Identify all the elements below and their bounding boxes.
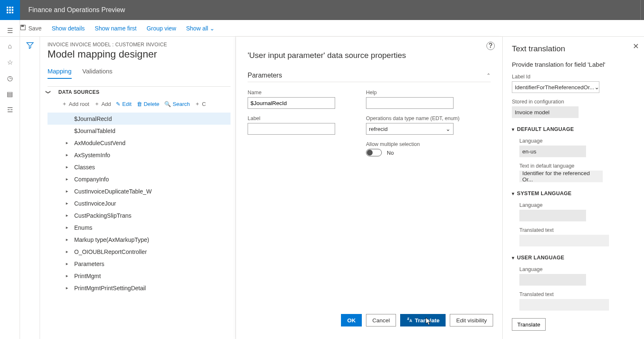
data-source-tree: ▸$JournalRecId▸$JournalTableId▸AxModuleC…: [48, 113, 231, 294]
tree-item-label: Markup type(AxMarkupType): [74, 236, 149, 243]
funnel-icon[interactable]: [26, 42, 34, 339]
ok-button[interactable]: OK: [341, 314, 362, 326]
system-lang-label: Language: [519, 202, 635, 208]
system-trans-input[interactable]: [519, 235, 609, 246]
tree-row[interactable]: ▸Enums: [48, 221, 231, 234]
tab-mapping[interactable]: Mapping: [48, 68, 72, 79]
page-title: Model mapping designer: [48, 48, 231, 60]
tree-row[interactable]: ▸$JournalRecId: [48, 113, 231, 125]
edt-select[interactable]: refrecid ⌄: [366, 123, 454, 135]
show-details-link[interactable]: Show details: [52, 25, 85, 32]
breadcrumb: INVOICE INVOICE MODEL : CUSTOMER INVOICE: [48, 42, 231, 48]
delete-button[interactable]: 🗑Delete: [137, 101, 160, 107]
svg-rect-5: [12, 9, 13, 11]
tree-row[interactable]: ▸O_OIOUBLReportController: [48, 246, 231, 258]
add-root-button[interactable]: ＋Add root: [62, 100, 89, 108]
save-button[interactable]: Save: [20, 25, 42, 32]
parameters-section-header[interactable]: Parameters ⌃: [248, 72, 491, 82]
tab-validations[interactable]: Validations: [83, 68, 113, 79]
list-icon[interactable]: ☲: [5, 105, 15, 114]
caret-right-icon: ▸: [66, 164, 70, 170]
tree-item-label: $JournalRecId: [74, 116, 112, 122]
clock-icon[interactable]: ◷: [5, 73, 15, 83]
cancel-button[interactable]: Cancel: [366, 314, 396, 326]
tree-row[interactable]: ▸Parameters: [48, 258, 231, 270]
pencil-icon: ✎: [116, 101, 120, 107]
translate-action-button[interactable]: Translate: [512, 318, 546, 331]
system-language-header[interactable]: ▾SYSTEM LANGUAGE: [512, 191, 635, 196]
hamburger-icon[interactable]: ☰: [5, 26, 15, 35]
show-all-link[interactable]: Show all ⌄: [186, 25, 215, 32]
tree-item-label: $JournalTableId: [74, 128, 115, 134]
user-language-header[interactable]: ▾USER LANGUAGE: [512, 255, 635, 261]
chevron-down-icon: ⌄: [594, 84, 599, 90]
name-label: Name: [248, 90, 346, 95]
tree-item-label: AxSystemInfo: [74, 152, 110, 158]
allow-multiple-toggle[interactable]: [366, 149, 382, 156]
tree-item-label: CompanyInfo: [74, 176, 109, 183]
show-name-first-link[interactable]: Show name first: [95, 25, 136, 32]
help-icon[interactable]: ?: [486, 42, 495, 50]
tree-row[interactable]: ▸AxModuleCustVend: [48, 137, 231, 149]
app-launcher-icon[interactable]: [0, 0, 20, 20]
user-trans-input[interactable]: [519, 299, 609, 311]
default-lang-value: en-us: [519, 146, 586, 157]
add-button[interactable]: ＋Add: [94, 100, 111, 108]
left-rail: ☰ ⌂ ☆ ◷ ▤ ☲: [0, 20, 20, 339]
star-icon[interactable]: ☆: [5, 58, 15, 67]
user-trans-label: Translated text: [519, 291, 635, 297]
tree-row[interactable]: ▸CustInvoiceJour: [48, 197, 231, 209]
app-title: Finance and Operations Preview: [20, 6, 637, 14]
close-icon[interactable]: ✕: [633, 42, 639, 51]
translation-title: Text translation: [512, 44, 635, 53]
svg-rect-1: [9, 7, 11, 8]
label-id-select[interactable]: IdentifierForTheReferencedOr... ⌄: [512, 81, 599, 93]
plus-icon: ＋: [195, 100, 200, 108]
search-button[interactable]: 🔍Search: [164, 101, 190, 107]
plus-icon: ＋: [94, 100, 100, 108]
tree-collapse-icon[interactable]: ❯: [45, 90, 51, 94]
tree-row[interactable]: ▸AxSystemInfo: [48, 149, 231, 161]
caret-right-icon: ▸: [66, 188, 70, 194]
more-button[interactable]: ＋C: [195, 100, 205, 108]
system-lang-input[interactable]: [519, 210, 586, 221]
label-label: Label: [248, 116, 346, 121]
svg-rect-8: [12, 12, 13, 13]
edit-visibility-button[interactable]: Edit visibility: [450, 314, 493, 326]
group-view-link[interactable]: Group view: [147, 25, 176, 32]
svg-rect-10: [22, 25, 24, 27]
tree-item-label: CustPackingSlipTrans: [74, 212, 131, 219]
module-icon[interactable]: ▤: [5, 89, 15, 98]
tree-toolbar: ＋Add root ＋Add ✎Edit 🗑Delete 🔍Search ＋C: [48, 98, 231, 110]
system-trans-label: Translated text: [519, 227, 635, 233]
default-text-label: Text in default language: [519, 163, 635, 169]
tree-row[interactable]: ▸PrintMgmtPrintSettingDetail: [48, 282, 231, 294]
label-input[interactable]: [248, 123, 335, 135]
caret-right-icon: ▸: [66, 213, 70, 218]
translate-button[interactable]: Translate: [400, 314, 446, 326]
tree-row[interactable]: ▸Markup type(AxMarkupType): [48, 234, 231, 246]
tree-row[interactable]: ▸CustPackingSlipTrans: [48, 209, 231, 221]
edit-button[interactable]: ✎Edit: [116, 101, 131, 107]
tree-item-label: Enums: [74, 224, 93, 231]
triangle-down-icon: ▾: [512, 191, 514, 196]
user-lang-label: Language: [519, 266, 635, 272]
home-icon[interactable]: ⌂: [5, 42, 15, 51]
translation-subtitle: Provide translation for field 'Label': [512, 61, 635, 68]
svg-rect-3: [7, 9, 8, 11]
tree-row[interactable]: ▸CompanyInfo: [48, 173, 231, 185]
tree-row[interactable]: ▸$JournalTableId: [48, 125, 231, 137]
user-lang-input[interactable]: [519, 274, 586, 286]
help-input[interactable]: [366, 97, 454, 109]
name-input[interactable]: [248, 97, 335, 109]
svg-rect-0: [7, 7, 8, 8]
caret-right-icon: ▸: [66, 261, 70, 266]
help-label: Help: [366, 90, 464, 95]
allow-multiple-value: No: [387, 150, 394, 156]
tree-row[interactable]: ▸PrintMgmt: [48, 270, 231, 282]
default-text-value: Identifier for the referenced Or...: [519, 171, 603, 182]
tree-row[interactable]: ▸Classes: [48, 161, 231, 173]
default-language-header[interactable]: ▾DEFAULT LANGUAGE: [512, 126, 635, 132]
command-bar: Save Show details Show name first Group …: [0, 20, 644, 37]
tree-row[interactable]: ▸CustInvoiceDuplicateTable_W: [48, 185, 231, 197]
